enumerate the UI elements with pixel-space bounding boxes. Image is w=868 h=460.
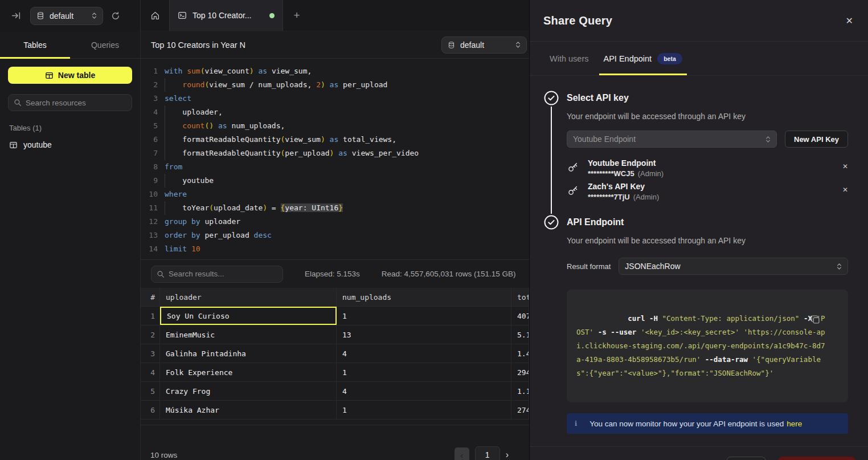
cell-total-views[interactable]: 274: [511, 401, 529, 419]
api-key-info: Zach's API Key*********7TjU(Admin): [588, 181, 834, 202]
cell-num-uploads[interactable]: 13: [337, 325, 511, 344]
step-api-endpoint: API Endpoint Your endpoint will be acces…: [544, 215, 848, 446]
cell-uploader[interactable]: Folk Experience: [160, 363, 337, 381]
copy-icon[interactable]: [810, 298, 840, 341]
table-name: youtube: [23, 140, 52, 149]
resource-search: [8, 94, 132, 111]
table-row: 6Músika Azhar1274: [141, 401, 529, 420]
check-circle-icon: [544, 91, 559, 105]
code-line: 12group by uploader: [141, 215, 529, 229]
row-number: 4: [141, 363, 160, 381]
elapsed-stat: Elapsed: 5.153s: [305, 270, 360, 278]
api-key-item: Youtube Endpoint*********WCJ5(Admin)✕: [567, 158, 848, 179]
line-number: 2: [141, 78, 158, 92]
page-number[interactable]: 1: [475, 446, 500, 460]
new-api-key-button[interactable]: New API Key: [785, 131, 848, 148]
code-text: where: [158, 188, 187, 201]
code-line: 6 formatReadableQuantity(view_sum) as to…: [141, 133, 529, 146]
cell-num-uploads[interactable]: 1: [337, 363, 511, 381]
line-number: 9: [141, 174, 158, 188]
new-tab-icon[interactable]: +: [283, 0, 310, 31]
code-text: group by uploader: [158, 215, 240, 229]
code-text: limit 10: [158, 242, 200, 256]
sidebar-table-item[interactable]: youtube: [8, 139, 132, 150]
search-resources-input[interactable]: [26, 99, 126, 107]
tab-tables[interactable]: Tables: [0, 31, 70, 58]
line-number: 13: [141, 229, 158, 242]
cell-num-uploads[interactable]: 4: [337, 382, 511, 400]
database-icon: [36, 11, 44, 20]
cell-total-views[interactable]: 5.1: [511, 325, 529, 344]
search-results-input[interactable]: [169, 270, 277, 278]
editor-database-selector[interactable]: default: [441, 36, 527, 54]
code-line: 1with sum(view_count) as view_sum,: [141, 64, 529, 78]
table-row-partial: [141, 420, 529, 425]
remove-key-icon[interactable]: ✕: [842, 181, 848, 194]
code-text: youtube: [158, 174, 214, 188]
curl-token: curl -H: [628, 314, 662, 323]
panel-body: Select API key Your endpoint will be acc…: [530, 76, 868, 446]
tab-queries-label: Queries: [91, 40, 119, 50]
line-number: 10: [141, 188, 158, 201]
code-text: uploader,: [158, 105, 223, 119]
cell-uploader[interactable]: Músika Azhar: [160, 401, 337, 419]
remove-key-icon[interactable]: ✕: [842, 158, 848, 170]
result-format-label: Result format: [567, 262, 611, 271]
cell-num-uploads[interactable]: 1: [337, 307, 511, 325]
collapse-sidebar-icon[interactable]: [11, 11, 21, 21]
banner-here-link[interactable]: here: [787, 420, 802, 428]
database-selector[interactable]: default: [30, 7, 103, 25]
step-rail: [544, 215, 567, 446]
prev-page-icon[interactable]: ‹: [455, 447, 469, 460]
panel-header: Share Query ✕: [530, 0, 868, 42]
cell-uploader[interactable]: EminemMusic: [160, 325, 337, 344]
api-key-role: (Admin): [633, 193, 660, 201]
cell-uploader[interactable]: Soy Un Curioso: [160, 307, 337, 325]
code-line: 3select: [141, 92, 529, 105]
tab-queries[interactable]: Queries: [70, 31, 140, 58]
code-text: order by per_upload desc: [158, 229, 272, 242]
code-line: 11 toYear(upload_date) = {year: UInt16}: [141, 201, 529, 215]
curl-token: [739, 328, 744, 336]
api-key-dropdown[interactable]: Youtube Endpoint: [567, 131, 777, 148]
cell-total-views[interactable]: 1.4: [511, 344, 529, 363]
unsaved-dot-icon: [269, 13, 275, 18]
cell-total-views[interactable]: 1.1: [511, 382, 529, 400]
row-number: 1: [141, 307, 160, 325]
code-text: round(view_sum / num_uploads, 2) as per_…: [158, 78, 387, 92]
table-row: 3Galinha Pintadinha41.4: [141, 344, 529, 363]
new-table-button[interactable]: New table: [8, 67, 132, 84]
curl-snippet[interactable]: curl -H "Content-Type: application/json"…: [567, 290, 848, 402]
row-number: 2: [141, 325, 160, 344]
step-rail: [544, 91, 567, 215]
disable-endpoint-button[interactable]: Disable endpoint: [778, 457, 855, 460]
home-icon[interactable]: [141, 0, 169, 31]
close-icon[interactable]: ✕: [846, 15, 853, 26]
refresh-icon[interactable]: [111, 11, 120, 21]
banner-text: You can now monitor how your your API en…: [589, 420, 802, 428]
tab-api-endpoint[interactable]: API Endpoint beta: [604, 42, 682, 75]
close-button[interactable]: Close: [726, 457, 766, 460]
query-tab[interactable]: Top 10 Creator...: [169, 0, 283, 31]
code-line: 10where: [141, 188, 529, 201]
row-count: 10 rows: [150, 451, 177, 459]
next-page-icon[interactable]: ›: [506, 450, 509, 460]
monitor-banner: i You can now monitor how your your API …: [567, 413, 848, 434]
cell-num-uploads[interactable]: 4: [337, 344, 511, 363]
line-number: 12: [141, 215, 158, 229]
result-format-dropdown[interactable]: JSONEachRow: [619, 258, 848, 275]
cell-uploader[interactable]: Crazy Frog: [160, 382, 337, 400]
cell-total-views[interactable]: 294: [511, 363, 529, 381]
cell-total-views[interactable]: 407: [511, 307, 529, 325]
select-api-key-heading: Select API key: [567, 91, 848, 105]
cell-uploader[interactable]: Galinha Pintadinha: [160, 344, 337, 363]
sql-editor[interactable]: 1with sum(view_count) as view_sum,2 roun…: [141, 59, 529, 259]
cell-num-uploads[interactable]: 1: [337, 401, 511, 419]
left-sidebar: default Tables Queries New table: [0, 0, 141, 460]
code-text: toYear(upload_date) = {year: UInt16}: [158, 201, 343, 215]
step-connector: [551, 107, 552, 214]
code-line: 8from: [141, 160, 529, 174]
tab-with-users[interactable]: With users: [550, 42, 589, 75]
line-number: 3: [141, 92, 158, 105]
line-number: 6: [141, 133, 158, 146]
